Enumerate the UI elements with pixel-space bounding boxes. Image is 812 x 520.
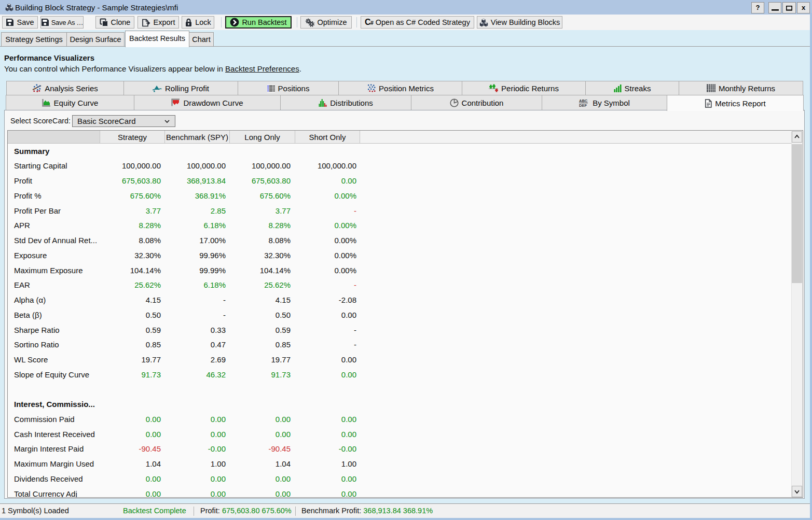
- svg-text:DEF: DEF: [579, 103, 587, 107]
